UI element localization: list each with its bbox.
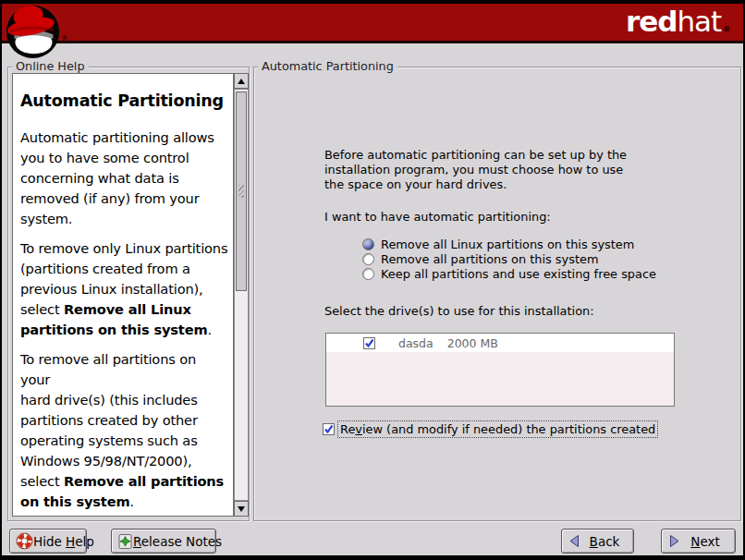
radio-button-icon[interactable] bbox=[362, 268, 374, 280]
arrow-up-icon bbox=[238, 79, 245, 84]
radio-remove-all-partitions[interactable]: Remove all partitions on this system bbox=[362, 251, 656, 266]
radio-button-icon[interactable] bbox=[362, 253, 374, 265]
help-text-view: Automatic Partitioning Automatic partiti… bbox=[12, 73, 234, 517]
next-arrow-icon bbox=[667, 534, 681, 548]
hide-help-label: Hide Help bbox=[33, 534, 94, 549]
online-help-frame-label: Online Help bbox=[12, 60, 89, 73]
scrollbar-thumb[interactable] bbox=[236, 91, 247, 291]
scroll-down-button[interactable] bbox=[234, 501, 249, 517]
drive-select-prompt: Select the drive(s) to use for this inst… bbox=[324, 304, 594, 318]
hide-help-button[interactable]: Hide Help bbox=[9, 529, 87, 554]
help-paragraph: Automatic partitioning allows you to hav… bbox=[20, 128, 228, 229]
wordmark-period: . bbox=[721, 5, 731, 38]
drive-row-dasda[interactable]: dasda 2000 MB bbox=[326, 334, 674, 352]
check-icon bbox=[364, 338, 374, 348]
automatic-partitioning-frame: Automatic Partitioning Before automatic … bbox=[253, 67, 741, 521]
back-arrow-icon bbox=[568, 534, 581, 548]
radio-remove-linux-partitions[interactable]: Remove all Linux partitions on this syst… bbox=[362, 237, 656, 251]
wordmark-hat: hat bbox=[677, 5, 721, 38]
scrollbar-trough[interactable] bbox=[234, 89, 249, 501]
radio-button-icon[interactable] bbox=[362, 238, 374, 250]
next-label: Next bbox=[681, 534, 729, 549]
radio-label: Remove all partitions on this system bbox=[381, 252, 598, 266]
help-title: Automatic Partitioning bbox=[20, 89, 228, 113]
review-checkbox[interactable] bbox=[323, 423, 335, 435]
release-notes-label: Release Notes bbox=[133, 534, 222, 549]
drive-device: dasda bbox=[398, 336, 434, 350]
back-label: Back bbox=[581, 534, 628, 549]
release-notes-icon bbox=[117, 533, 133, 550]
partitioning-radio-group: Remove all Linux partitions on this syst… bbox=[362, 237, 656, 282]
help-paragraph: To remove only Linux partitions (partiti… bbox=[20, 238, 228, 340]
scroll-up-button[interactable] bbox=[234, 73, 249, 89]
next-button[interactable]: Next bbox=[661, 529, 736, 554]
radio-keep-all-partitions[interactable]: Keep all partitions and use existing fre… bbox=[362, 267, 656, 282]
registered-trademark: ® bbox=[61, 35, 68, 43]
review-partitions-checkbox-row[interactable]: Review (and modify if needed) the partit… bbox=[323, 420, 658, 438]
help-scrollbar[interactable] bbox=[234, 73, 249, 517]
arrow-down-icon bbox=[238, 506, 245, 512]
check-icon bbox=[324, 424, 334, 434]
intro-text: Before automatic partitioning can be set… bbox=[324, 148, 627, 192]
redhat-wordmark: redhat. bbox=[626, 5, 731, 38]
installer-window: ® redhat. Online Help Automatic Partitio… bbox=[0, 0, 745, 560]
online-help-frame: Online Help Automatic Partitioning Autom… bbox=[7, 67, 250, 521]
life-preserver-icon bbox=[16, 532, 33, 550]
release-notes-button[interactable]: Release Notes bbox=[111, 529, 216, 554]
question-text: I want to have automatic partitioning: bbox=[324, 210, 551, 224]
drive-size: 2000 MB bbox=[447, 336, 498, 350]
automatic-partitioning-frame-label: Automatic Partitioning bbox=[258, 60, 397, 73]
drive-checkbox[interactable] bbox=[363, 337, 375, 349]
review-checkbox-label: Review (and modify if needed) the partit… bbox=[337, 420, 658, 438]
redhat-shadowman-logo bbox=[5, 3, 61, 59]
drive-list[interactable]: dasda 2000 MB bbox=[325, 333, 675, 407]
radio-label: Keep all partitions and use existing fre… bbox=[381, 267, 656, 281]
back-button[interactable]: Back bbox=[561, 529, 634, 554]
wordmark-red: red bbox=[626, 5, 678, 38]
radio-label: Remove all Linux partitions on this syst… bbox=[381, 237, 634, 251]
help-paragraph: To remove all partitions on your hard dr… bbox=[20, 349, 228, 512]
